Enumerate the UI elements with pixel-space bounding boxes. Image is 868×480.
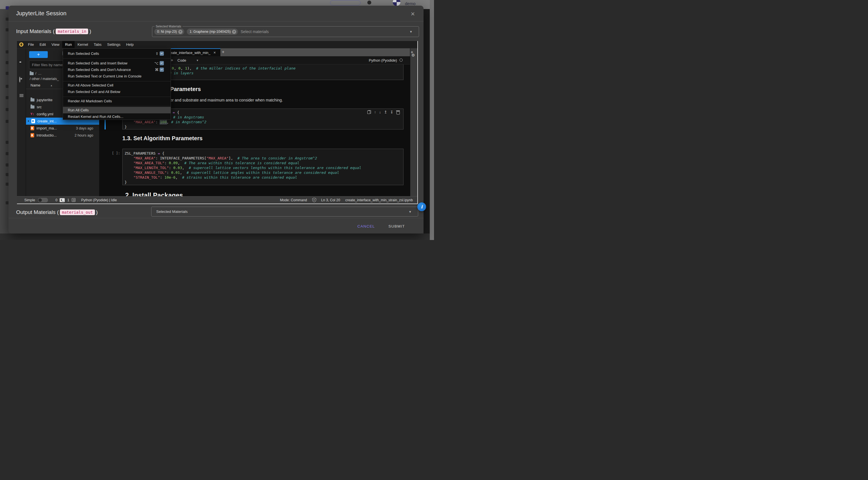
menu-run[interactable]: Run: [62, 41, 74, 48]
folder-icon: [31, 98, 34, 101]
statusbar-filename: create_interface_with_min_strain_zsl.ipy…: [345, 198, 413, 202]
section-1-2-heading-fragment: Parameters: [170, 86, 201, 92]
kernel-name[interactable]: Python (Pyodide): [369, 58, 397, 62]
code-line: ZSL_PARAMETERS = {: [125, 151, 402, 156]
background-page-edge: [424, 9, 430, 234]
chip-delete-icon[interactable]: ✕: [232, 30, 236, 34]
kernel-status-icon[interactable]: [400, 59, 403, 62]
material-chip[interactable]: 0: Ni (mp-23) ✕: [154, 29, 184, 35]
menu-item-run-all-cells[interactable]: Run All Cells: [63, 107, 170, 113]
code-line: }: [125, 124, 402, 129]
menu-item-run-all-below[interactable]: Run Selected Cell and All Below: [63, 88, 170, 95]
jupyter-menubar: File Edit View Run Kernel Tabs Settings …: [17, 41, 417, 48]
tab-close-icon[interactable]: ✕: [213, 51, 216, 55]
menu-item-run-text-in-console[interactable]: Run Selected Text or Current Line in Con…: [63, 73, 170, 80]
select-placeholder: Select materials: [241, 29, 269, 34]
enter-key-icon: ↵: [160, 52, 164, 56]
chip-delete-icon[interactable]: ✕: [178, 30, 183, 34]
jupyterlite-logo-icon: [19, 42, 24, 47]
output-materials-select[interactable]: Selected Materials ▼: [151, 207, 418, 216]
menu-edit[interactable]: Edit: [37, 41, 49, 48]
kernel-chip-icon: [72, 198, 75, 202]
breadcrumb-ellipsis[interactable]: …: [38, 71, 41, 76]
menu-help[interactable]: Help: [123, 41, 136, 48]
input-materials-label: Input Materials (: [16, 28, 55, 34]
jupyter-activity-bar: [17, 48, 26, 196]
chevron-down-icon[interactable]: ▼: [409, 210, 412, 213]
submit-button[interactable]: SUBMIT: [386, 222, 408, 231]
output-select-label: Selected Materials: [156, 209, 188, 214]
info-icon: i: [421, 204, 423, 209]
chevron-down-icon[interactable]: ▼: [409, 30, 412, 33]
sort-asc-icon: ▲: [50, 84, 53, 87]
folder-icon: [31, 106, 34, 109]
close-icon[interactable]: ✕: [409, 10, 417, 18]
notebook-icon: [31, 133, 34, 138]
file-row-import-materials[interactable]: import_ma... 3 days ago: [26, 125, 99, 132]
file-row-introduction[interactable]: Introductio... 2 hours ago: [26, 132, 99, 139]
breadcrumb[interactable]: / …: [30, 71, 41, 76]
command-icon: ⌘: [155, 67, 158, 72]
command-mode-label: Mode: Command: [280, 198, 307, 202]
menu-kernel[interactable]: Kernel: [74, 41, 91, 48]
menu-tabs[interactable]: Tabs: [91, 41, 104, 48]
code-line: "STRAIN_TOL": 10e-6, # strains within th…: [125, 175, 402, 180]
menu-item-run-insert-below[interactable]: Run Selected Cells and Insert Below ⌥↵: [63, 60, 170, 66]
new-launcher-button[interactable]: +: [29, 51, 48, 58]
menu-separator: [63, 97, 170, 97]
menu-view[interactable]: View: [49, 41, 62, 48]
paren-close: ): [89, 28, 91, 34]
cell-type-dropdown[interactable]: Code: [178, 58, 186, 62]
code-line: (0, 0, 1), # the miller indices of the i…: [169, 66, 402, 71]
username: demo: [405, 1, 415, 6]
simple-mode-label: Simple: [24, 198, 35, 202]
cell-prompt: [ ]:: [112, 151, 120, 155]
simple-mode-toggle[interactable]: [38, 198, 48, 202]
shield-x-icon[interactable]: ✕: [312, 198, 316, 202]
shift-icon: ⇧: [155, 52, 158, 56]
jupyter-status-bar: Simple 0 $_ 1 Python (Pyodide) | Idle Mo…: [17, 196, 417, 204]
running-sessions-icon[interactable]: [19, 77, 20, 83]
screen: demo JupyterLite Session ✕ Input Materia…: [0, 0, 434, 240]
enter-key-icon: ↵: [160, 67, 164, 72]
code-line: }: [125, 180, 402, 185]
code-line: = {: [173, 110, 402, 115]
background-footer: [0, 234, 434, 240]
menu-file[interactable]: File: [25, 41, 37, 48]
cancel-button[interactable]: CANCEL: [354, 222, 378, 231]
menu-settings[interactable]: Settings: [104, 41, 123, 48]
input-materials-select[interactable]: Selected Materials 0: Ni (mp-23) ✕ 1: Gr…: [152, 26, 419, 37]
menu-separator: [63, 81, 170, 82]
section-2-heading: 2. Install Packages: [125, 192, 183, 196]
materials-out-code: materials_out: [60, 209, 95, 215]
output-materials-row: Output Materials ( materials_out ): [16, 209, 98, 216]
code-line: "MAX_AREA": 100, # in Angstroms^2: [125, 120, 402, 124]
name-column-header[interactable]: Name: [31, 83, 40, 87]
menu-item-run-all-above[interactable]: Run All Above Selected Cell: [63, 82, 170, 88]
kernels-count: 1: [67, 198, 69, 202]
divider: [8, 21, 424, 22]
new-tab-button[interactable]: +: [222, 50, 224, 55]
menu-item-run-selected-cells[interactable]: Run Selected Cells ⇧↵: [63, 50, 170, 57]
menu-separator: [63, 58, 170, 59]
menu-item-run-dont-advance[interactable]: Run Selected Cells and Don't Advance ⌘↵: [63, 66, 170, 73]
code-line: , # in Angstroms: [169, 115, 402, 120]
background-search-box: [330, 0, 361, 5]
info-button[interactable]: i: [417, 202, 426, 211]
kernel-status[interactable]: Python (Pyodide) | Idle: [81, 198, 117, 202]
chip-label: 1: Graphene (mp-1040425): [190, 30, 230, 34]
property-inspector-icon[interactable]: ⚙ ⚙: [411, 53, 415, 57]
code-line: "MAX_LENGTH_TOL": 0.03, # supercell latt…: [125, 166, 402, 170]
code-line: "MAX_AREA": INTERFACE_PARAMETERS["MAX_AR…: [125, 156, 402, 160]
notebook-icon: [31, 126, 34, 130]
code-line: "MAX_ANGLE_TOL": 0.01, # supercell latti…: [125, 170, 402, 175]
right-side-panel: ⚙ ⚙: [410, 48, 417, 196]
menu-item-render-all-markdown[interactable]: Render All Markdown Cells: [63, 98, 170, 104]
menu-item-restart-and-run-all[interactable]: Restart Kernel and Run All Cells...: [63, 113, 170, 120]
materials-in-code: materials_in: [56, 29, 88, 34]
cursor-position[interactable]: Ln 3, Col 20: [321, 198, 340, 202]
table-of-contents-icon[interactable]: [20, 94, 24, 95]
last-modified: 2 hours ago: [74, 133, 93, 138]
code-cell-zsl-parameters[interactable]: ZSL_PARAMETERS = { "MAX_AREA": INTERFACE…: [122, 149, 403, 185]
material-chip[interactable]: 1: Graphene (mp-1040425) ✕: [187, 29, 238, 35]
